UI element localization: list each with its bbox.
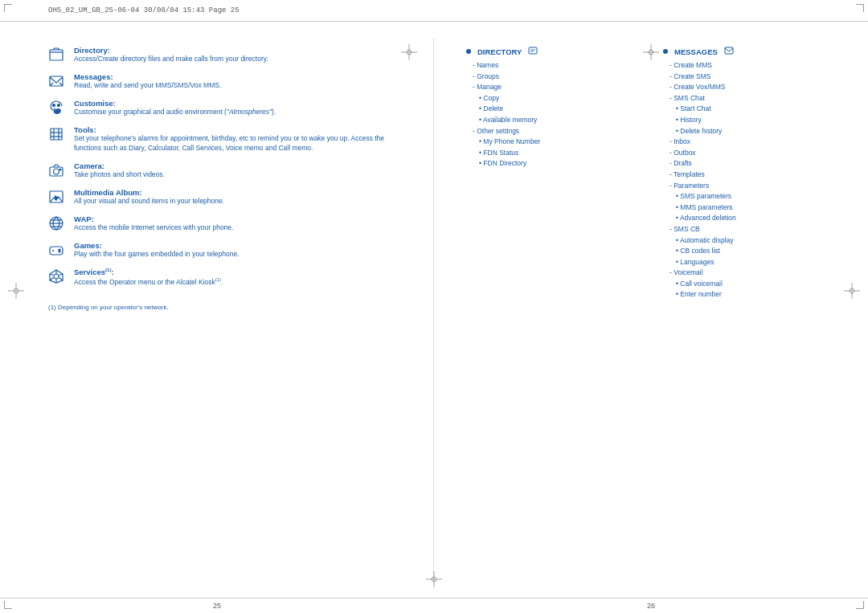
svg-rect-6 (50, 50, 63, 60)
page-numbers: 25 26 (0, 598, 868, 613)
svg-point-11 (58, 104, 60, 107)
crosshair-mid-right (844, 283, 860, 300)
page-right: DIRECTORY NamesGroupsManageCopyDeleteAva… (434, 38, 868, 582)
directory-list: NamesGroupsManageCopyDeleteAvailable mem… (466, 60, 647, 170)
menu-item-directory: Directory:Access/Create directory files … (48, 46, 385, 64)
directory-icon (48, 47, 68, 64)
list-item: Voicemail (663, 268, 844, 279)
list-item: Enter number (663, 289, 844, 300)
messages-icon (724, 46, 734, 57)
list-item: Names (466, 60, 647, 72)
directory-bullet (466, 49, 471, 54)
svg-line-34 (59, 274, 63, 276)
wap-icon (48, 215, 68, 233)
corner-tr (856, 4, 864, 12)
crosshair-bottom (426, 571, 442, 589)
menu-desc-messages: Read, write and send your MMS/SMS/Vox MM… (74, 81, 385, 91)
svg-point-10 (53, 104, 55, 107)
messages-icon (48, 73, 68, 91)
menu-text-camera: Camera:Take photos and short videos. (74, 161, 385, 180)
directory-icon (528, 46, 538, 57)
menu-desc-games: Play with the four games embedded in you… (74, 250, 385, 260)
list-item: SMS CB (663, 224, 844, 235)
menu-text-multimedia: Multimedia Album:All your visual and sou… (74, 188, 385, 206)
svg-point-18 (54, 169, 59, 174)
page-number-right: 26 (434, 598, 868, 613)
menu-items-container: Directory:Access/Create directory files … (48, 46, 385, 288)
menu-item-wap: WAP:Access the mobile Internet services … (48, 215, 385, 233)
list-item: Automatic display (663, 235, 844, 247)
list-item: Manage (466, 82, 647, 93)
page-number-left: 25 (0, 598, 434, 613)
menu-text-directory: Directory:Access/Create directory files … (74, 46, 385, 64)
list-item: Create SMS (663, 72, 844, 83)
camera-icon (48, 162, 68, 180)
list-item: Languages (663, 257, 844, 268)
svg-line-37 (50, 277, 54, 280)
directory-title: DIRECTORY (466, 46, 647, 57)
list-item: Create MMS (663, 60, 844, 72)
svg-point-32 (54, 274, 59, 279)
menu-desc-wap: Access the mobile Internet services with… (74, 223, 385, 233)
footnote-text: (1) Depending on your operator's network… (48, 304, 169, 311)
list-item: Advanced deletion (663, 213, 844, 224)
list-item: Outbox (663, 148, 844, 159)
games-icon (48, 242, 68, 260)
list-item: Call voicemail (663, 279, 844, 290)
menu-item-multimedia: Multimedia Album:All your visual and sou… (48, 188, 385, 206)
menu-desc-directory: Access/Create directory files and make c… (74, 55, 385, 64)
menu-title-games: Games: (74, 241, 102, 250)
list-item: Copy (466, 93, 647, 104)
menu-text-customise: Customise:Customise your graphical and a… (74, 99, 385, 117)
list-item: Start Chat (663, 104, 844, 115)
menu-item-tools: Tools:Set your telephone's alarms for ap… (48, 125, 385, 153)
menu-item-services: Services(1):Access the Operator menu or … (48, 268, 385, 288)
menu-item-messages: Messages:Read, write and send your MMS/S… (48, 72, 385, 91)
directory-title-text: DIRECTORY (477, 47, 522, 56)
messages-list: Create MMSCreate SMSCreate Vox/MMSSMS Ch… (663, 60, 844, 300)
menu-text-wap: WAP:Access the mobile Internet services … (74, 215, 385, 233)
svg-rect-26 (50, 247, 63, 255)
menu-title-camera: Camera: (74, 161, 104, 170)
tools-icon (48, 126, 68, 144)
header-text: OH5_02_UM_GB_25-06-04 30/08/04 15:43 Pag… (48, 6, 240, 14)
menu-title-messages: Messages: (74, 72, 113, 81)
menu-desc-camera: Take photos and short videos. (74, 170, 385, 180)
footnote: (1) Depending on your operator's network… (48, 304, 385, 311)
list-item: Drafts (663, 158, 844, 170)
directory-column: DIRECTORY NamesGroupsManageCopyDeleteAva… (466, 46, 647, 574)
messages-title: MESSAGES (663, 46, 844, 57)
services-icon (48, 268, 68, 286)
page-wrapper: OH5_02_UM_GB_25-06-04 30/08/04 15:43 Pag… (0, 0, 868, 613)
messages-column: MESSAGES Create MMSCreate SMSCreate Vox/… (663, 46, 844, 574)
svg-point-30 (59, 251, 60, 252)
menu-title-multimedia: Multimedia Album: (74, 188, 142, 197)
list-item: Other settings (466, 126, 647, 137)
menu-text-games: Games:Play with the four games embedded … (74, 241, 385, 260)
menu-title-services: Services(1): (74, 268, 114, 276)
menu-desc-services: Access the Operator menu or the Alcatel … (74, 276, 385, 288)
svg-rect-48 (725, 47, 733, 54)
multimedia-icon (48, 189, 68, 206)
crosshair-mid-left (8, 283, 24, 300)
list-item: Groups (466, 72, 647, 83)
menu-text-tools: Tools:Set your telephone's alarms for ap… (74, 125, 385, 153)
list-item: CB codes list (663, 246, 844, 257)
list-item: My Phone Number (466, 137, 647, 148)
list-item: History (663, 115, 844, 126)
list-item: SMS parameters (663, 191, 844, 202)
menu-item-customise: Customise:Customise your graphical and a… (48, 99, 385, 117)
crosshair-top-right (643, 44, 659, 62)
menu-text-services: Services(1):Access the Operator menu or … (74, 268, 385, 288)
menu-title-directory: Directory: (74, 46, 110, 55)
menu-title-wap: WAP: (74, 215, 94, 223)
menu-text-messages: Messages:Read, write and send your MMS/S… (74, 72, 385, 91)
svg-line-35 (59, 277, 63, 280)
list-item: SMS Chat (663, 93, 844, 104)
svg-line-38 (50, 274, 54, 276)
menu-item-camera: Camera:Take photos and short videos. (48, 161, 385, 180)
list-item: Inbox (663, 137, 844, 148)
list-item: Create Vox/MMS (663, 82, 844, 93)
list-item: Delete (466, 104, 647, 115)
bottom-area: 25 26 (0, 598, 868, 613)
